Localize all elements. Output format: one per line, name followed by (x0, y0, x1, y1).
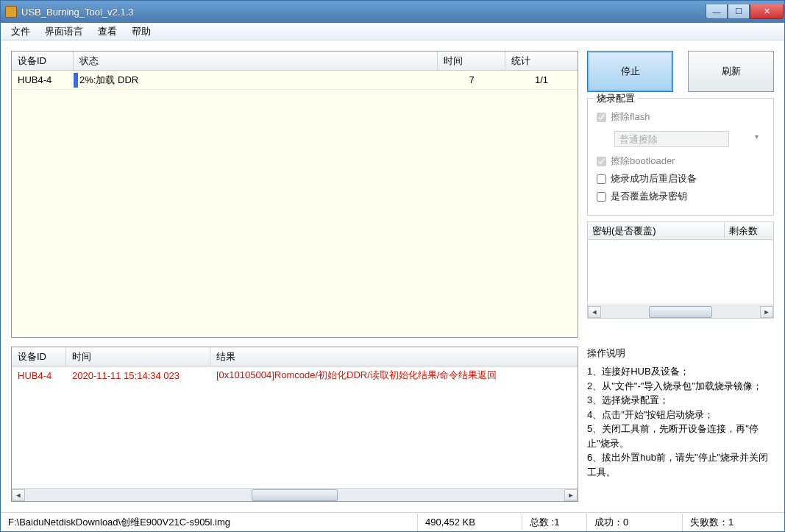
scroll-thumb[interactable] (252, 489, 338, 501)
refresh-button[interactable]: 刷新 (688, 51, 774, 92)
erase-mode-select-wrap: 普通擦除 (597, 128, 764, 150)
checkbox-erase-bootloader[interactable]: 擦除bootloader (597, 155, 764, 168)
window-title: USB_Burning_Tool_v2.1.3 (21, 7, 706, 18)
menu-file[interactable]: 文件 (4, 24, 38, 40)
menu-help[interactable]: 帮助 (124, 24, 158, 40)
scroll-left-icon[interactable]: ◄ (12, 489, 25, 501)
log-row[interactable]: HUB4-4 2020-11-11 15:14:34 023 [0x101050… (12, 366, 578, 384)
device-table-body: HUB4-4 2%:加载 DDR 7 1/1 (12, 71, 578, 337)
minimize-button[interactable]: — (706, 4, 728, 19)
instructions-panel: 操作说明 1、连接好HUB及设备； 2、从"文件"-"导入烧录包"加载烧录镜像；… (587, 347, 774, 502)
status-success: 成功：0 (587, 514, 683, 531)
table-row[interactable]: HUB4-4 2%:加载 DDR 7 1/1 (12, 71, 578, 90)
key-table-header: 密钥(是否覆盖) 剩余数 (588, 222, 773, 240)
status-total: 总数 :1 (522, 514, 587, 531)
log-hscrollbar[interactable]: ◄ ► (12, 488, 578, 501)
checkbox-reboot-after[interactable]: 烧录成功后重启设备 (597, 172, 764, 185)
cell-device-id: HUB4-4 (12, 72, 74, 88)
burn-config-group: 烧录配置 擦除flash 普通擦除 擦除bootloader (587, 98, 774, 216)
status-bar: F:\BaiduNetdiskDownload\创维E900V21C-s905l… (1, 512, 784, 531)
log-cell-time: 2020-11-11 15:14:34 023 (66, 368, 210, 383)
app-icon (5, 6, 17, 18)
checkbox-erase-bootloader-input[interactable] (597, 157, 606, 166)
menu-language[interactable]: 界面语言 (38, 24, 90, 40)
title-bar[interactable]: USB_Burning_Tool_v2.1.3 — ☐ ✕ (1, 1, 784, 23)
burn-config-title: 烧录配置 (594, 92, 638, 105)
erase-mode-select[interactable]: 普通擦除 (614, 131, 729, 147)
checkbox-overwrite-key-input[interactable] (597, 192, 606, 202)
col-time[interactable]: 时间 (438, 52, 505, 70)
mid-row: 设备ID 时间 结果 HUB4-4 2020-11-11 15:14:34 02… (11, 347, 774, 502)
log-cell-result: [0x10105004]Romcode/初始化DDR/读取初始化结果/命令结果返… (210, 366, 578, 384)
content-area: 设备ID 状态 时间 统计 HUB4-4 2%:加载 DDR 7 1/1 (1, 40, 784, 512)
scroll-right-icon[interactable]: ► (564, 489, 578, 501)
instructions-title: 操作说明 (587, 347, 774, 360)
scroll-track[interactable] (26, 489, 564, 501)
key-table: 密钥(是否覆盖) 剩余数 ◄ ► (587, 221, 774, 319)
stop-button[interactable]: 停止 (587, 51, 673, 92)
scroll-track[interactable] (602, 306, 759, 318)
status-fail: 失败数：1 (683, 514, 784, 531)
key-table-body (588, 240, 773, 305)
status-path: F:\BaiduNetdiskDownload\创维E900V21C-s905l… (1, 514, 418, 531)
col-stat[interactable]: 统计 (505, 52, 578, 70)
top-row: 设备ID 状态 时间 统计 HUB4-4 2%:加载 DDR 7 1/1 (11, 51, 774, 338)
instructions-body: 1、连接好HUB及设备； 2、从"文件"-"导入烧录包"加载烧录镜像； 3、选择… (587, 364, 774, 479)
col-key[interactable]: 密钥(是否覆盖) (588, 222, 725, 239)
device-table-header: 设备ID 状态 时间 统计 (12, 52, 578, 71)
cell-status: 2%:加载 DDR (74, 71, 438, 90)
button-row: 停止 刷新 (587, 51, 774, 92)
app-window: USB_Burning_Tool_v2.1.3 — ☐ ✕ 文件 界面语言 查看… (0, 0, 785, 532)
scroll-thumb[interactable] (649, 306, 712, 318)
scroll-right-icon[interactable]: ► (760, 306, 773, 318)
cell-stat: 1/1 (505, 72, 578, 88)
log-col-devid[interactable]: 设备ID (12, 347, 66, 366)
menu-view[interactable]: 查看 (90, 24, 124, 40)
log-table: 设备ID 时间 结果 HUB4-4 2020-11-11 15:14:34 02… (11, 347, 578, 502)
device-table: 设备ID 状态 时间 统计 HUB4-4 2%:加载 DDR 7 1/1 (11, 51, 578, 338)
checkbox-erase-flash-input[interactable] (597, 113, 606, 122)
close-button[interactable]: ✕ (750, 4, 784, 19)
log-col-time[interactable]: 时间 (66, 347, 210, 366)
checkbox-reboot-after-input[interactable] (597, 174, 606, 184)
log-table-header: 设备ID 时间 结果 (12, 347, 578, 366)
col-device-id[interactable]: 设备ID (12, 52, 74, 70)
log-table-body: HUB4-4 2020-11-11 15:14:34 023 [0x101050… (12, 366, 578, 488)
maximize-button[interactable]: ☐ (728, 4, 750, 19)
cell-time: 7 (438, 72, 505, 88)
scroll-left-icon[interactable]: ◄ (588, 306, 601, 318)
window-buttons: — ☐ ✕ (706, 4, 784, 19)
checkbox-overwrite-key[interactable]: 是否覆盖烧录密钥 (597, 190, 764, 203)
status-size: 490,452 KB (418, 514, 522, 530)
key-hscrollbar[interactable]: ◄ ► (588, 305, 773, 318)
col-remaining[interactable]: 剩余数 (725, 222, 773, 239)
checkbox-erase-flash[interactable]: 擦除flash (597, 110, 764, 124)
log-col-result[interactable]: 结果 (210, 347, 578, 366)
menu-bar: 文件 界面语言 查看 帮助 (1, 23, 784, 40)
col-status[interactable]: 状态 (74, 52, 438, 70)
log-cell-devid: HUB4-4 (12, 368, 66, 383)
side-column: 停止 刷新 烧录配置 擦除flash 普通擦除 (587, 51, 774, 338)
